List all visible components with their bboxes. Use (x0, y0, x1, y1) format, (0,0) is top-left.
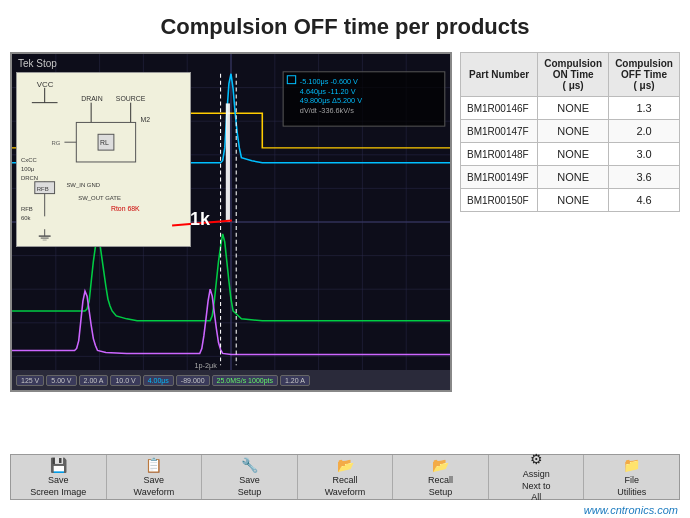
table-cell-0-2: 1.3 (609, 97, 680, 120)
table-cell-3-0: BM1R00149F (461, 166, 538, 189)
table-row: BM1R00147FNONE2.0 (461, 120, 680, 143)
svg-text:100μ: 100μ (21, 166, 34, 172)
table-header-partnumber: Part Number (461, 53, 538, 97)
toolbar-button-label-6: File Utilities (617, 475, 646, 498)
toolbar-button-icon-5: ⚙ (530, 450, 543, 468)
scope-stat-sample: 25.0MS/s 1000pts (212, 375, 278, 386)
table-cell-3-2: 3.6 (609, 166, 680, 189)
toolbar-button-4[interactable]: 📂Recall Setup (393, 455, 489, 499)
scope-stat-10v: 10.0 V (110, 375, 140, 386)
svg-text:SW_OUT GATE: SW_OUT GATE (78, 195, 121, 201)
table-cell-3-1: NONE (538, 166, 609, 189)
svg-text:-5.100μs    -0.600 V: -5.100μs -0.600 V (300, 78, 358, 86)
table-cell-4-0: BM1R00150F (461, 189, 538, 212)
scope-stat-1a: 1.20 A (280, 375, 310, 386)
toolbar-button-icon-0: 💾 (50, 456, 67, 474)
data-table: Part Number CompulsionON Time( μs) Compu… (460, 52, 680, 212)
scope-status-bar: 125 V 5.00 V 2.00 A 10.0 V 4.00μs -89.00… (12, 370, 450, 390)
toolbar-button-icon-1: 📋 (145, 456, 162, 474)
table-cell-4-2: 4.6 (609, 189, 680, 212)
toolbar-button-label-2: Save Setup (238, 475, 262, 498)
table-cell-0-1: NONE (538, 97, 609, 120)
toolbar-button-icon-4: 📂 (432, 456, 449, 474)
toolbar-button-label-4: Recall Setup (428, 475, 453, 498)
svg-rect-23 (226, 103, 230, 222)
svg-text:CxCC: CxCC (21, 157, 38, 163)
table-cell-4-1: NONE (538, 189, 609, 212)
label-1k: 1k (190, 209, 210, 230)
svg-text:49.800μs   Δ5.200 V: 49.800μs Δ5.200 V (300, 98, 363, 106)
table-cell-2-2: 3.0 (609, 143, 680, 166)
table-row: BM1R00149FNONE3.6 (461, 166, 680, 189)
oscilloscope-display: Tek Stop (10, 52, 452, 392)
svg-text:DRAIN: DRAIN (81, 95, 103, 102)
footer-url: www.cntronics.com (584, 504, 678, 516)
table-row: BM1R00150FNONE4.6 (461, 189, 680, 212)
table-row: BM1R00148FNONE3.0 (461, 143, 680, 166)
svg-text:DRCN: DRCN (21, 175, 38, 181)
scope-stat-2a: 2.00 A (79, 375, 109, 386)
svg-rect-34 (17, 73, 190, 246)
toolbar-button-5[interactable]: ⚙Assign Next to All (489, 455, 585, 499)
toolbar-button-6[interactable]: 📁File Utilities (584, 455, 679, 499)
table-cell-0-0: BM1R00146F (461, 97, 538, 120)
toolbar-button-icon-3: 📂 (337, 456, 354, 474)
svg-text:SOURCE: SOURCE (116, 95, 146, 102)
svg-text:60k: 60k (21, 215, 31, 221)
right-panel: Part Number CompulsionON Time( μs) Compu… (460, 52, 680, 392)
svg-text:Rton 68K: Rton 68K (111, 205, 140, 212)
table-cell-1-0: BM1R00147F (461, 120, 538, 143)
toolbar-button-label-1: Save Waveform (134, 475, 175, 498)
toolbar-button-0[interactable]: 💾Save Screen Image (11, 455, 107, 499)
toolbar-button-2[interactable]: 🔧Save Setup (202, 455, 298, 499)
table-cell-1-1: NONE (538, 120, 609, 143)
table-row: BM1R00146FNONE1.3 (461, 97, 680, 120)
toolbar-button-1[interactable]: 📋Save Waveform (107, 455, 203, 499)
table-cell-1-2: 2.0 (609, 120, 680, 143)
svg-text:SW_IN GND: SW_IN GND (66, 182, 100, 188)
scope-stat-5v: 5.00 V (46, 375, 76, 386)
toolbar-button-label-3: Recall Waveform (325, 475, 366, 498)
svg-text:VCC: VCC (37, 80, 54, 89)
toolbar-button-3[interactable]: 📂Recall Waveform (298, 455, 394, 499)
toolbar: 💾Save Screen Image📋Save Waveform🔧Save Se… (10, 454, 680, 500)
table-cell-2-0: BM1R00148F (461, 143, 538, 166)
circuit-diagram: VCC DRAIN SOURCE M2 RG RL (16, 72, 191, 247)
tek-stop-label: Tek Stop (18, 58, 57, 69)
svg-text:RFB: RFB (21, 206, 33, 212)
svg-text:dV/dt    -336.6kV/s: dV/dt -336.6kV/s (300, 107, 354, 115)
table-header-off-time: CompulsionOFF Time( μs) (609, 53, 680, 97)
toolbar-button-label-0: Save Screen Image (30, 475, 86, 498)
svg-text:RL: RL (100, 139, 109, 146)
scope-stat-4us: 4.00μs (143, 375, 174, 386)
scope-stat-v125: 125 V (16, 375, 44, 386)
svg-text:RG: RG (52, 140, 61, 146)
svg-text:RFB: RFB (37, 186, 49, 192)
svg-text:M2: M2 (141, 116, 151, 123)
toolbar-button-icon-6: 📁 (623, 456, 640, 474)
svg-text:4.640μs   -11.20 V: 4.640μs -11.20 V (300, 88, 356, 96)
toolbar-button-label-5: Assign Next to All (522, 469, 551, 504)
scope-stat-pos: -89.000 (176, 375, 210, 386)
page-title: Compulsion OFF time per products (0, 0, 690, 48)
table-cell-2-1: NONE (538, 143, 609, 166)
table-header-on-time: CompulsionON Time( μs) (538, 53, 609, 97)
toolbar-button-icon-2: 🔧 (241, 456, 258, 474)
main-content: Tek Stop (0, 52, 690, 392)
